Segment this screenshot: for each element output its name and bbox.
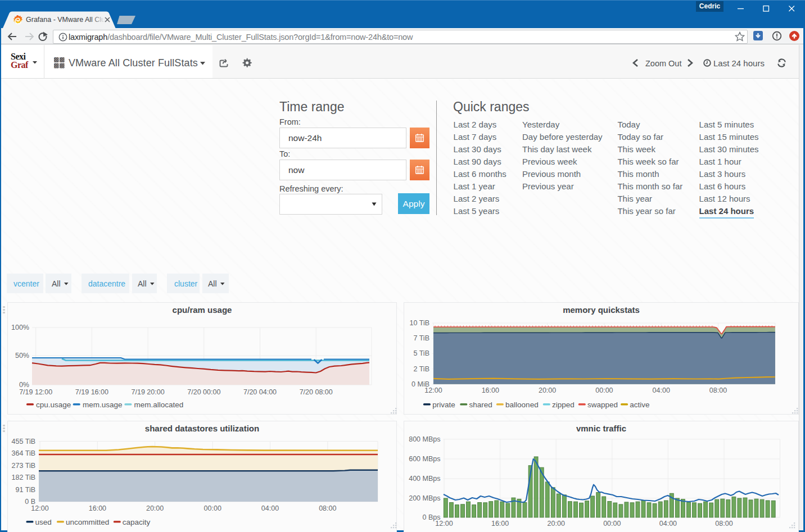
svg-text:08:00: 08:00 — [709, 387, 727, 394]
svg-text:800 MBps: 800 MBps — [409, 435, 440, 443]
svg-text:455 TiB: 455 TiB — [12, 438, 35, 445]
svg-text:400 MBps: 400 MBps — [409, 475, 440, 483]
svg-text:20:00: 20:00 — [146, 504, 164, 512]
svg-text:0%: 0% — [19, 381, 29, 389]
svg-text:08:00: 08:00 — [319, 504, 336, 512]
svg-text:swapped: swapped — [587, 401, 618, 409]
svg-text:00:00: 00:00 — [204, 504, 221, 512]
svg-text:12:00: 12:00 — [424, 387, 442, 394]
svg-text:2 TiB: 2 TiB — [414, 365, 430, 373]
svg-text:04:00: 04:00 — [261, 504, 279, 512]
svg-text:16:00: 16:00 — [89, 504, 106, 512]
svg-text:08:00: 08:00 — [715, 520, 732, 528]
svg-text:00:00: 00:00 — [603, 520, 621, 528]
svg-text:364 TiB: 364 TiB — [12, 449, 35, 457]
svg-text:12:00: 12:00 — [435, 520, 453, 528]
svg-text:200 MBps: 200 MBps — [409, 494, 440, 502]
svg-text:mem.allocated: mem.allocated — [134, 401, 183, 409]
svg-text:91 TiB: 91 TiB — [16, 486, 35, 494]
svg-text:7/20 04:00: 7/20 04:00 — [243, 388, 277, 396]
svg-text:5 TiB: 5 TiB — [414, 349, 430, 357]
svg-text:7/19 12:00: 7/19 12:00 — [19, 388, 52, 396]
svg-text:mem.usage: mem.usage — [83, 401, 123, 409]
svg-text:16:00: 16:00 — [491, 520, 509, 528]
svg-text:04:00: 04:00 — [659, 520, 677, 528]
svg-text:private: private — [432, 401, 455, 409]
svg-text:7 TiB: 7 TiB — [414, 334, 430, 342]
svg-text:capacity: capacity — [123, 518, 151, 526]
svg-text:20:00: 20:00 — [539, 387, 556, 394]
svg-text:10 TiB: 10 TiB — [410, 319, 429, 327]
svg-text:100%: 100% — [11, 324, 29, 331]
svg-text:50%: 50% — [15, 352, 29, 360]
svg-text:active: active — [630, 401, 649, 409]
svg-text:zipped: zipped — [552, 401, 575, 409]
svg-text:7/19 16:00: 7/19 16:00 — [75, 388, 108, 396]
svg-text:shared: shared — [469, 401, 492, 409]
svg-text:04:00: 04:00 — [653, 387, 670, 394]
svg-text:7/20 08:00: 7/20 08:00 — [300, 388, 333, 396]
svg-text:182 TiB: 182 TiB — [12, 474, 35, 481]
svg-text:uncommitted: uncommitted — [66, 518, 109, 526]
svg-text:273 TiB: 273 TiB — [12, 462, 35, 470]
svg-text:used: used — [35, 518, 52, 526]
svg-text:20:00: 20:00 — [548, 520, 565, 528]
svg-text:12:00: 12:00 — [31, 504, 48, 512]
svg-text:7/19 20:00: 7/19 20:00 — [132, 388, 165, 396]
svg-text:600 MBps: 600 MBps — [409, 455, 440, 463]
svg-text:7/20 00:00: 7/20 00:00 — [187, 388, 220, 396]
svg-text:ballooned: ballooned — [505, 401, 539, 409]
svg-text:16:00: 16:00 — [482, 387, 499, 394]
svg-text:cpu.usage: cpu.usage — [36, 401, 71, 409]
svg-text:00:00: 00:00 — [595, 387, 613, 394]
